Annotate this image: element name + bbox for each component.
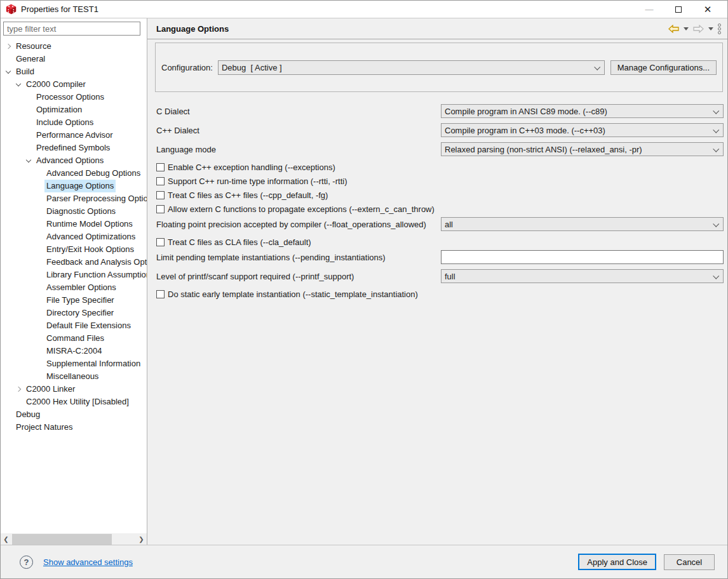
page-title: Language Options bbox=[156, 24, 229, 34]
tree-item-label: Miscellaneous bbox=[44, 370, 100, 383]
tree-item-feedback-and-analysis-options[interactable]: Feedback and Analysis Options bbox=[1, 256, 147, 269]
properties-dialog: Properties for TEST1 — ✕ ResourceGeneral… bbox=[0, 0, 728, 579]
forward-history-dropdown-icon[interactable] bbox=[708, 27, 713, 30]
cancel-button[interactable]: Cancel bbox=[664, 554, 715, 570]
tree-item-project-natures[interactable]: Project Natures bbox=[1, 421, 147, 434]
tree-item-label: Language Options bbox=[44, 180, 116, 192]
tree-item-processor-options[interactable]: Processor Options bbox=[1, 91, 147, 103]
tree-item-directory-specifier[interactable]: Directory Specifier bbox=[1, 307, 147, 319]
properties-tree: ResourceGeneralBuildC2000 CompilerProces… bbox=[1, 40, 147, 434]
tree-item-label: Processor Options bbox=[34, 91, 106, 103]
tree-item-advanced-optimizations[interactable]: Advanced Optimizations bbox=[1, 230, 147, 243]
chevron-down-icon bbox=[713, 273, 719, 279]
tree-item-diagnostic-options[interactable]: Diagnostic Options bbox=[1, 205, 147, 218]
tree-item-label: Advanced Debug Options bbox=[44, 167, 142, 180]
tree-item-supplemental-information[interactable]: Supplemental Information bbox=[1, 357, 147, 370]
back-arrow-icon[interactable] bbox=[668, 25, 679, 33]
tree-item-include-options[interactable]: Include Options bbox=[1, 116, 147, 129]
tree-item-command-files[interactable]: Command Files bbox=[1, 332, 147, 345]
close-icon: ✕ bbox=[704, 4, 712, 14]
tree-item-debug[interactable]: Debug bbox=[1, 408, 147, 421]
scrollbar-thumb[interactable] bbox=[12, 534, 112, 545]
apply-and-close-button[interactable]: Apply and Close bbox=[578, 554, 656, 570]
tree-item-assembler-options[interactable]: Assembler Options bbox=[1, 281, 147, 294]
forward-arrow-icon[interactable] bbox=[693, 25, 704, 33]
checkbox[interactable] bbox=[156, 205, 165, 213]
tree-item-parser-preprocessing-options[interactable]: Parser Preprocessing Options bbox=[1, 192, 147, 205]
tree-item-advanced-options[interactable]: Advanced Options bbox=[1, 154, 147, 167]
tree-item-optimization[interactable]: Optimization bbox=[1, 103, 147, 116]
filter-input[interactable] bbox=[3, 22, 140, 36]
checkbox-label: Allow extern C functions to propagate ex… bbox=[168, 204, 435, 214]
checkbox[interactable] bbox=[156, 177, 165, 185]
tree-item-label: Performance Advisor bbox=[34, 129, 115, 142]
tree-item-resource[interactable]: Resource bbox=[1, 40, 147, 53]
field-label: C++ Dialect bbox=[156, 126, 441, 135]
tree-item-misra-c-2004[interactable]: MISRA-C:2004 bbox=[1, 345, 147, 357]
chevron-down-icon bbox=[713, 221, 719, 227]
tree-item-language-options[interactable]: Language Options bbox=[1, 180, 147, 192]
language-options-form: C DialectCompile program in ANSI C89 mod… bbox=[155, 104, 724, 300]
checkbox[interactable] bbox=[156, 238, 165, 246]
chevron-down-icon bbox=[713, 146, 719, 152]
field-label: C Dialect bbox=[156, 107, 441, 116]
checkbox-row: Enable C++ exception handling (--excepti… bbox=[156, 161, 724, 173]
tree-item-c2000-linker[interactable]: C2000 Linker bbox=[1, 383, 147, 396]
chevron-down-icon bbox=[713, 108, 719, 114]
select-field[interactable]: full bbox=[441, 269, 724, 283]
tree-item-advanced-debug-options[interactable]: Advanced Debug Options bbox=[1, 167, 147, 180]
manage-configurations-button[interactable]: Manage Configurations... bbox=[610, 60, 717, 75]
select-field[interactable]: Compile program in C++03 mode. (--c++03) bbox=[441, 123, 724, 137]
chevron-down-icon[interactable] bbox=[6, 69, 11, 74]
field-row: C DialectCompile program in ANSI C89 mod… bbox=[156, 104, 724, 118]
chevron-down-icon[interactable] bbox=[16, 81, 21, 86]
select-field[interactable]: Compile program in ANSI C89 mode. (--c89… bbox=[441, 104, 724, 118]
minimize-button[interactable]: — bbox=[635, 1, 664, 18]
tree-item-label: Debug bbox=[14, 408, 42, 421]
scroll-left-icon[interactable]: ❮ bbox=[1, 533, 11, 545]
chevron-right-icon[interactable] bbox=[16, 387, 21, 392]
checkbox-label: Do static early template instantiation (… bbox=[168, 290, 418, 299]
field-row: C++ DialectCompile program in C++03 mode… bbox=[156, 123, 724, 137]
select-field[interactable]: Relaxed parsing (non-strict ANSI) (--rel… bbox=[441, 142, 724, 156]
checkbox-row: Support C++ run-time type information (-… bbox=[156, 175, 724, 187]
tree-item-predefined-symbols[interactable]: Predefined Symbols bbox=[1, 142, 147, 154]
tree-item-entry-exit-hook-options[interactable]: Entry/Exit Hook Options bbox=[1, 243, 147, 256]
tree-item-performance-advisor[interactable]: Performance Advisor bbox=[1, 129, 147, 142]
back-history-dropdown-icon[interactable] bbox=[684, 27, 689, 30]
select-field[interactable]: all bbox=[441, 217, 724, 231]
checkbox[interactable] bbox=[156, 191, 165, 199]
field-label: Limit pending template instantiations (-… bbox=[156, 253, 441, 262]
checkbox[interactable] bbox=[156, 163, 165, 171]
close-button[interactable]: ✕ bbox=[693, 1, 722, 18]
maximize-button[interactable] bbox=[664, 1, 693, 18]
tree-item-library-function-assumptions[interactable]: Library Function Assumptions bbox=[1, 269, 147, 281]
checkbox-label: Support C++ run-time type information (-… bbox=[168, 176, 347, 186]
tree-item-runtime-model-options[interactable]: Runtime Model Options bbox=[1, 218, 147, 230]
tree-item-c2000-compiler[interactable]: C2000 Compiler bbox=[1, 78, 147, 91]
tree-item-miscellaneous[interactable]: Miscellaneous bbox=[1, 370, 147, 383]
tree-item-general[interactable]: General bbox=[1, 53, 147, 65]
tree-item-file-type-specifier[interactable]: File Type Specifier bbox=[1, 294, 147, 307]
tree-item-build[interactable]: Build bbox=[1, 65, 147, 78]
tree-item-label: Resource bbox=[14, 40, 53, 53]
text-field[interactable] bbox=[441, 250, 724, 264]
checkbox[interactable] bbox=[156, 290, 165, 298]
main-panel: Language Options Configuration: bbox=[147, 18, 727, 545]
show-advanced-settings-link[interactable]: Show advanced settings bbox=[43, 557, 133, 567]
tree-item-default-file-extensions[interactable]: Default File Extensions bbox=[1, 319, 147, 332]
configuration-select[interactable]: Debug [ Active ] bbox=[218, 60, 605, 75]
page-header: Language Options bbox=[147, 18, 727, 39]
help-icon[interactable]: ? bbox=[20, 556, 33, 569]
chevron-right-icon[interactable] bbox=[6, 44, 11, 49]
tree-item-label: Project Natures bbox=[14, 421, 75, 434]
tree-item-c2000-hex-utility-disabled[interactable]: C2000 Hex Utility [Disabled] bbox=[1, 396, 147, 408]
scrollbar-track[interactable] bbox=[11, 533, 136, 545]
chevron-down-icon[interactable] bbox=[26, 157, 31, 163]
view-menu-icon[interactable] bbox=[718, 23, 721, 34]
horizontal-scrollbar[interactable]: ❮ ❯ bbox=[1, 533, 147, 545]
tree-item-label: Command Files bbox=[44, 332, 106, 345]
tree-item-label: Build bbox=[14, 65, 36, 78]
app-logo-red-cube-icon bbox=[6, 4, 17, 15]
scroll-right-icon[interactable]: ❯ bbox=[136, 533, 147, 545]
